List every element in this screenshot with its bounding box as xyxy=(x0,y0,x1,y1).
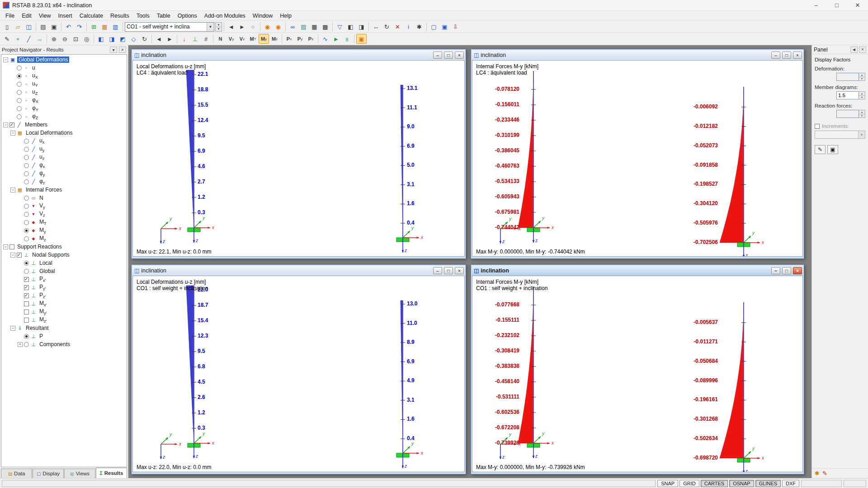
radio-y[interactable] xyxy=(17,106,22,111)
radio-components[interactable] xyxy=(24,342,29,347)
menu-calculate[interactable]: Calculate xyxy=(76,12,107,20)
maximize-button[interactable]: □ xyxy=(826,0,847,10)
next-load-case-icon[interactable]: ► xyxy=(237,22,247,32)
tree-item-resultant[interactable]: −⇓Resultant xyxy=(1,324,127,332)
minimize-button[interactable]: – xyxy=(771,52,780,59)
menu-tools[interactable]: Tools xyxy=(133,12,153,20)
edit-table-icon[interactable]: ▦ xyxy=(99,22,110,32)
previous-view-icon[interactable]: ◄ xyxy=(154,34,164,44)
menu-add-on-modules[interactable]: Add-on Modules xyxy=(201,12,249,20)
tree-item-global[interactable]: ⊥Global xyxy=(1,267,127,275)
search-icon[interactable]: ○ xyxy=(248,22,258,32)
result-mt-icon[interactable]: MT xyxy=(248,34,258,44)
tree-item-z[interactable]: ▫φZ xyxy=(1,113,127,121)
checkbox-mz[interactable] xyxy=(24,318,29,323)
tree-item-p[interactable]: ⊥P xyxy=(1,332,127,340)
checkbox-mx[interactable] xyxy=(24,301,29,306)
checkbox-my[interactable] xyxy=(24,310,29,314)
maximize-button[interactable]: □ xyxy=(782,267,791,274)
tree-item-internal-forces[interactable]: −▦Internal Forces xyxy=(1,186,127,194)
radio-z[interactable] xyxy=(17,114,22,119)
zoom-all-icon[interactable]: ◎ xyxy=(81,34,92,44)
radio-ux[interactable] xyxy=(17,74,22,79)
result-values-icon[interactable]: ± xyxy=(342,34,352,44)
close-icon[interactable]: × xyxy=(859,47,866,53)
section-view-icon[interactable]: ▩ xyxy=(320,22,330,32)
insert-member-icon[interactable]: ╱ xyxy=(24,34,34,44)
radio-my[interactable] xyxy=(24,228,29,233)
radio-ux[interactable] xyxy=(24,139,29,144)
insert-table-icon[interactable]: ⊞ xyxy=(89,22,99,32)
isometric-view-icon[interactable]: ◇ xyxy=(128,34,139,44)
menu-options[interactable]: Options xyxy=(174,12,201,20)
menu-help[interactable]: Help xyxy=(276,12,295,20)
tree-item-uz[interactable]: ╱uz xyxy=(1,153,127,161)
zoom-in-icon[interactable]: ⊕ xyxy=(49,34,59,44)
deformation-display-icon[interactable]: ∿ xyxy=(320,34,330,44)
minimize-button[interactable]: – xyxy=(433,267,442,274)
radio-uz[interactable] xyxy=(17,90,22,95)
radio-z[interactable] xyxy=(24,179,29,184)
statusbar-osnap-toggle[interactable]: OSNAP xyxy=(729,480,754,487)
deformation-factor-spinner[interactable]: ▲▼ xyxy=(859,73,865,81)
reaction-forces-factor-spinner[interactable]: ▲▼ xyxy=(859,110,865,118)
tree-item-n[interactable]: ▭N xyxy=(1,194,127,202)
radio-p[interactable] xyxy=(24,334,29,339)
collapse-icon[interactable]: ◄ xyxy=(850,47,858,53)
tree-item-mx[interactable]: ⊥Mx' xyxy=(1,300,127,308)
menu-file[interactable]: File xyxy=(2,12,18,20)
member-diagrams-factor-spinner[interactable]: ▲▼ xyxy=(859,91,865,99)
tree-item-y[interactable]: ▫φY xyxy=(1,104,127,113)
result-viewport[interactable]: Internal Forces M-y [kNm]CO1 : self weig… xyxy=(472,276,803,472)
result-mz-icon[interactable]: Mz xyxy=(269,34,280,44)
statusbar-cartes-toggle[interactable]: CARTES xyxy=(701,480,728,487)
checkbox-support-reactions[interactable] xyxy=(9,244,14,249)
menu-window[interactable]: Window xyxy=(249,12,276,20)
checkbox-px[interactable] xyxy=(24,277,29,282)
show-numbering-icon[interactable]: # xyxy=(201,34,211,44)
checkbox-py[interactable] xyxy=(24,285,29,290)
zoom-window-icon[interactable]: ⊡ xyxy=(71,34,81,44)
radio-uy[interactable] xyxy=(17,82,22,87)
tree-item-mt[interactable]: ◆MT xyxy=(1,218,127,226)
load-case-combo[interactable]: CO1 - self weight + inclina▼ xyxy=(125,22,214,32)
delete-icon[interactable]: ✕ xyxy=(392,22,403,32)
key-icon[interactable]: ✱ xyxy=(815,470,820,477)
rotate-icon[interactable]: ↻ xyxy=(382,22,392,32)
minimize-button[interactable]: – xyxy=(806,0,826,10)
close-button[interactable]: ✕ xyxy=(847,0,868,10)
info-icon[interactable]: i xyxy=(403,22,414,32)
radio-mz[interactable] xyxy=(24,236,29,241)
tree-item-uy[interactable]: ▫uY xyxy=(1,80,127,88)
visibility-icon[interactable]: ∞ xyxy=(288,22,298,32)
export-pdf-icon[interactable]: ⇩ xyxy=(450,22,461,32)
increments-select[interactable]: ▼ xyxy=(815,131,865,139)
filter-icon[interactable]: ▽ xyxy=(335,22,345,32)
collapse-icon[interactable]: − xyxy=(3,122,8,127)
menu-edit[interactable]: Edit xyxy=(18,12,35,20)
menu-insert[interactable]: Insert xyxy=(55,12,76,20)
close-icon[interactable]: × xyxy=(119,47,126,53)
tree-item-z[interactable]: ╱φz xyxy=(1,178,127,186)
tab-results[interactable]: ΣResults xyxy=(96,468,127,478)
radio-y[interactable] xyxy=(24,171,29,176)
radio-vy[interactable] xyxy=(24,204,29,209)
maximize-button[interactable]: □ xyxy=(782,52,791,59)
radio-n[interactable] xyxy=(24,196,29,201)
statusbar-snap-toggle[interactable]: SNAP xyxy=(657,480,678,487)
results-table-icon[interactable]: ▤ xyxy=(298,22,309,32)
show-results-icon[interactable]: ◉ xyxy=(262,22,273,32)
tree-item-my[interactable]: ⊥My' xyxy=(1,308,127,316)
radio-mt[interactable] xyxy=(24,220,29,225)
close-button[interactable]: × xyxy=(455,267,464,274)
new-window-icon[interactable]: ▢ xyxy=(429,22,439,32)
save-project-icon[interactable]: ◫ xyxy=(24,22,34,32)
undo-icon[interactable]: ↶ xyxy=(63,22,74,32)
radio-local[interactable] xyxy=(24,261,29,266)
print-preview-icon[interactable]: ◉ xyxy=(273,22,283,32)
settings-icon[interactable]: ✱ xyxy=(414,22,425,32)
clipping-plane-icon[interactable]: ◨ xyxy=(356,22,367,32)
tree-item-uy[interactable]: ╱uy xyxy=(1,145,127,153)
result-vz-icon[interactable]: Vz xyxy=(237,34,247,44)
edit-pointer-icon[interactable]: ✎ xyxy=(2,34,12,44)
